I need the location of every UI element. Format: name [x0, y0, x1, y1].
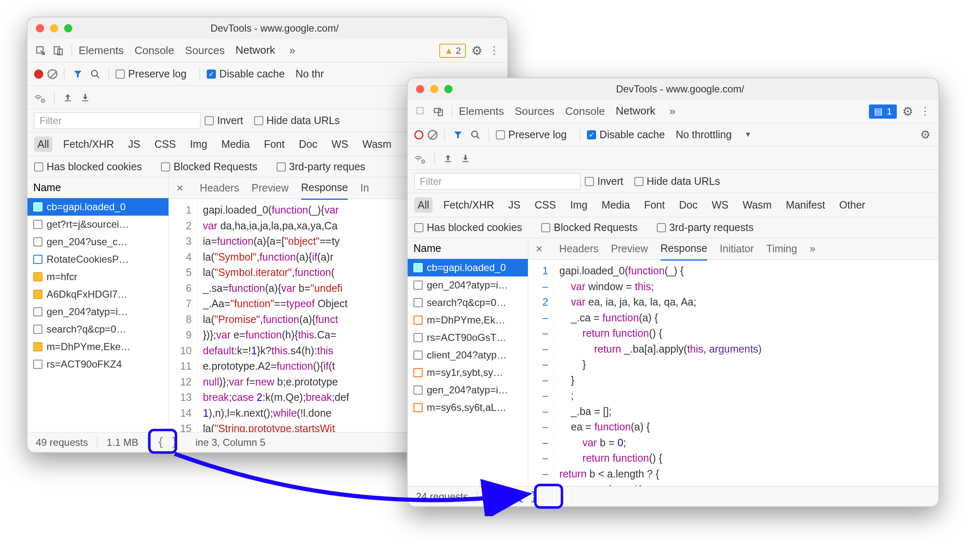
device-icon[interactable]: [432, 105, 445, 118]
dtab-headers[interactable]: Headers: [200, 177, 239, 199]
request-row[interactable]: search?q&cp=0…: [27, 321, 168, 338]
record-icon[interactable]: [414, 130, 423, 139]
network-conditions-icon[interactable]: ⚙: [414, 152, 428, 165]
type-css[interactable]: CSS: [531, 197, 559, 213]
inspect-icon[interactable]: [34, 44, 47, 57]
type-css[interactable]: CSS: [151, 137, 179, 152]
request-row[interactable]: cb=gapi.loaded_0: [27, 198, 168, 216]
request-row[interactable]: m=DhPYme,Eke…: [27, 338, 168, 356]
throttling-select[interactable]: No throttling: [676, 129, 732, 141]
request-row[interactable]: m=DhPYme,Ek…: [408, 311, 528, 329]
filter-input[interactable]: Filter: [34, 112, 200, 129]
type-img[interactable]: Img: [187, 137, 211, 152]
blocked-requests-option[interactable]: Blocked Requests: [161, 161, 257, 173]
disable-cache-option[interactable]: ✓Disable cache: [207, 68, 285, 80]
warnings-badge[interactable]: ▲2: [439, 44, 466, 58]
gear-icon[interactable]: ⚙: [918, 128, 932, 142]
request-row[interactable]: m=hfcr: [27, 268, 168, 286]
minimize-window-icon[interactable]: [50, 24, 58, 32]
pretty-print-button-1[interactable]: { }: [157, 435, 178, 449]
record-icon[interactable]: [34, 70, 43, 79]
inspect-icon[interactable]: [414, 105, 428, 118]
hide-data-urls-option[interactable]: Hide data URLs: [634, 175, 720, 187]
network-conditions-icon[interactable]: ⚙: [34, 91, 47, 104]
request-row[interactable]: A6DkqFxHDGl7…: [27, 286, 168, 303]
disable-cache-option[interactable]: ✓Disable cache: [587, 129, 665, 141]
tab-sources[interactable]: Sources: [515, 99, 554, 124]
filter-icon[interactable]: [451, 128, 465, 142]
dtab-headers[interactable]: Headers: [559, 238, 599, 260]
tab-console[interactable]: Console: [134, 38, 174, 63]
type-fetchxhr[interactable]: Fetch/XHR: [60, 137, 117, 152]
name-column-header[interactable]: Name: [27, 177, 168, 198]
minimize-window-icon[interactable]: [430, 85, 438, 93]
hide-data-urls-option[interactable]: Hide data URLs: [254, 114, 340, 127]
gear-icon[interactable]: ⚙: [470, 44, 483, 57]
tab-elements[interactable]: Elements: [79, 38, 124, 63]
filter-icon[interactable]: [71, 67, 84, 81]
request-row[interactable]: rs=ACT90oFKZ4: [27, 356, 168, 373]
type-js[interactable]: JS: [505, 197, 524, 213]
request-row[interactable]: get?rt=j&sourcei…: [27, 216, 168, 233]
gear-icon[interactable]: ⚙: [901, 105, 914, 118]
more-detail-tabs[interactable]: »: [809, 238, 815, 260]
request-row[interactable]: gen_204?atyp=i…: [408, 276, 528, 294]
clear-icon[interactable]: [47, 69, 57, 79]
dtab-response[interactable]: Response: [661, 238, 708, 261]
preserve-log-option[interactable]: Preserve log: [116, 68, 186, 80]
close-icon[interactable]: ×: [176, 182, 183, 195]
tab-network[interactable]: Network: [235, 38, 275, 64]
search-icon[interactable]: [469, 128, 482, 142]
request-row[interactable]: search?q&cp=0…: [408, 294, 528, 311]
invert-option[interactable]: Invert: [585, 175, 624, 187]
request-row[interactable]: gen_204?atyp=i…: [408, 381, 528, 399]
upload-icon[interactable]: [441, 152, 455, 165]
tab-console[interactable]: Console: [565, 99, 605, 124]
request-row[interactable]: m=sy1r,sybt,sy…: [408, 364, 528, 381]
type-media[interactable]: Media: [598, 197, 633, 213]
type-img[interactable]: Img: [567, 197, 591, 213]
request-row[interactable]: client_204?atyp…: [408, 346, 528, 364]
blocked-requests-option[interactable]: Blocked Requests: [541, 221, 638, 234]
request-row[interactable]: rs=ACT90oGsT…: [408, 329, 528, 346]
zoom-window-icon[interactable]: [64, 24, 72, 32]
preserve-log-option[interactable]: Preserve log: [496, 129, 567, 141]
dtab-timing[interactable]: Timing: [766, 238, 797, 260]
type-ws[interactable]: WS: [328, 137, 351, 152]
dtab-initiator-truncated[interactable]: In: [360, 177, 369, 199]
dtab-initiator[interactable]: Initiator: [720, 238, 754, 260]
download-icon[interactable]: [79, 91, 92, 104]
zoom-window-icon[interactable]: [444, 85, 453, 93]
close-window-icon[interactable]: [36, 24, 44, 32]
third-party-option[interactable]: 3rd-party requests: [657, 221, 754, 234]
more-tabs-icon[interactable]: »: [666, 105, 679, 118]
invert-option[interactable]: Invert: [205, 114, 243, 127]
throttling-select[interactable]: No thr: [295, 68, 324, 80]
type-font[interactable]: Font: [641, 197, 668, 213]
chevron-down-icon[interactable]: ▼: [744, 130, 752, 139]
name-column-header[interactable]: Name: [408, 238, 528, 259]
filter-input[interactable]: Filter: [414, 173, 581, 190]
search-icon[interactable]: [89, 67, 102, 81]
tab-network[interactable]: Network: [616, 99, 655, 124]
dtab-preview[interactable]: Preview: [252, 177, 289, 199]
messages-badge[interactable]: ▤1: [869, 104, 897, 119]
type-doc[interactable]: Doc: [676, 197, 700, 213]
type-all[interactable]: All: [414, 197, 433, 213]
kebab-menu-icon[interactable]: ⋮: [488, 44, 501, 57]
upload-icon[interactable]: [61, 91, 74, 104]
type-media[interactable]: Media: [218, 137, 253, 152]
device-icon[interactable]: [52, 44, 65, 57]
tab-sources[interactable]: Sources: [185, 38, 225, 63]
close-window-icon[interactable]: [416, 85, 424, 93]
type-all[interactable]: All: [34, 137, 52, 152]
type-other[interactable]: Other: [836, 197, 869, 213]
clear-icon[interactable]: [428, 130, 438, 140]
kebab-menu-icon[interactable]: ⋮: [918, 105, 932, 118]
request-row[interactable]: gen_204?use_c…: [27, 233, 168, 251]
type-ws[interactable]: WS: [708, 197, 732, 213]
type-fetchxhr[interactable]: Fetch/XHR: [440, 197, 497, 213]
type-doc[interactable]: Doc: [295, 137, 320, 152]
has-blocked-cookies-option[interactable]: Has blocked cookies: [414, 221, 522, 234]
request-row[interactable]: m=sy6s,sy6t,aL…: [408, 399, 528, 416]
